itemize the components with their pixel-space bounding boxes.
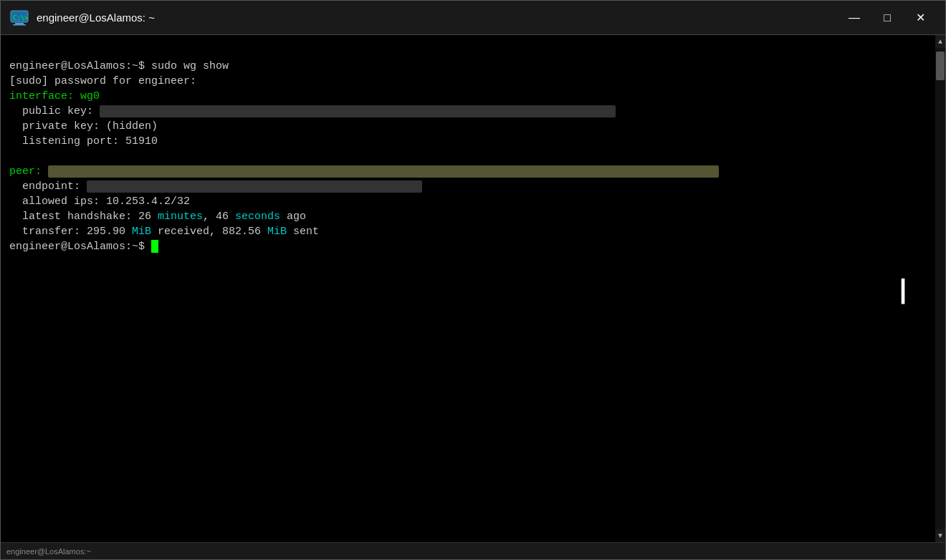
scrollbar-track[interactable] [935, 48, 945, 529]
scroll-down-arrow[interactable]: ▼ [935, 529, 945, 542]
window-title: engineer@LosAlamos: ~ [37, 11, 838, 24]
terminal-area[interactable]: engineer@LosAlamos:~$ sudo wg show [sudo… [1, 35, 945, 542]
transfer-end: sent [287, 226, 319, 238]
line-prompt-2: engineer@LosAlamos:~$ [9, 241, 158, 253]
close-button[interactable]: ✕ [904, 1, 937, 35]
minutes-value: minutes [158, 211, 203, 223]
line-interface-label: interface: wg0 [9, 90, 100, 102]
svg-text:C:\>: C:\> [13, 14, 29, 21]
mib-sent-unit: MiB [267, 226, 287, 238]
title-bar: C:\> engineer@LosAlamos: ~ — □ ✕ [1, 1, 945, 35]
scroll-up-arrow[interactable]: ▲ [935, 35, 945, 48]
peer-redacted: ████████████████████████████████████████… [48, 165, 719, 178]
endpoint-redacted: ████████████████████████████████████████… [87, 180, 422, 193]
terminal-content: engineer@LosAlamos:~$ sudo wg show [sudo… [4, 41, 942, 536]
terminal-icon: C:\> [9, 8, 29, 28]
window-controls: — □ ✕ [838, 1, 937, 35]
pubkey-redacted: ████████████████████████████████████████… [100, 105, 616, 117]
minimize-button[interactable]: — [838, 1, 871, 35]
line-peer-label: peer: ██████████████████████████████████… [9, 165, 719, 178]
line-prompt-1: engineer@LosAlamos:~$ sudo wg show [9, 60, 229, 72]
line-sudo: [sudo] password for engineer: [9, 75, 196, 87]
mib-received-unit: MiB [132, 226, 151, 238]
bottom-bar-text: engineer@LosAlamos:~ [6, 547, 91, 556]
line-pubkey: public key: ████████████████████████████… [9, 105, 616, 148]
bottom-bar: engineer@LosAlamos:~ [1, 542, 945, 559]
svg-rect-2 [13, 24, 26, 26]
scrollbar[interactable]: ▲ ▼ [935, 35, 945, 542]
handshake-mid: , 46 [203, 211, 235, 223]
terminal-cursor [151, 240, 158, 253]
terminal-window: C:\> engineer@LosAlamos: ~ — □ ✕ enginee… [0, 0, 946, 560]
transfer-mid: received, 882.56 [151, 226, 267, 238]
scrollbar-thumb[interactable] [936, 52, 945, 80]
seconds-value: seconds [235, 211, 280, 223]
maximize-button[interactable]: □ [871, 1, 904, 35]
